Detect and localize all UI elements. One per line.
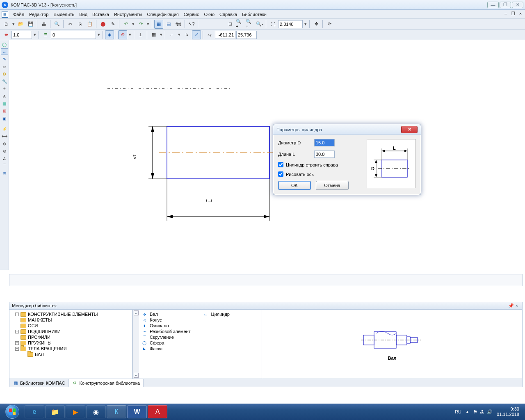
redo-drop[interactable]: ▾	[146, 21, 150, 27]
taskbar-acrobat[interactable]: A	[148, 405, 167, 418]
draw-axis-checkbox[interactable]	[278, 171, 283, 177]
angular-dim-icon[interactable]: ∠	[1, 155, 8, 162]
step-value[interactable]	[11, 31, 32, 39]
menu-service[interactable]: Сервис	[181, 11, 202, 18]
zoom-window-icon[interactable]: ⊡	[226, 20, 235, 29]
cut-icon[interactable]: ✂	[66, 20, 75, 29]
menu-help[interactable]: Справка	[217, 11, 240, 18]
properties-icon[interactable]: ⬤	[98, 20, 107, 29]
mdi-restore[interactable]: ❐	[510, 11, 516, 16]
flag-icon[interactable]: ⚑	[473, 409, 477, 415]
ortho-draw-icon[interactable]: ↳	[182, 30, 191, 39]
edit-icon[interactable]: ▱	[1, 63, 8, 70]
ok-button[interactable]: OK	[278, 181, 311, 190]
arc-dim-icon[interactable]: ⌒	[1, 162, 8, 169]
redraw-icon[interactable]: ⟳	[325, 20, 334, 29]
coord-y[interactable]	[236, 31, 257, 39]
coord-x[interactable]	[215, 31, 235, 39]
lcs-icon[interactable]: ⌐	[167, 30, 176, 39]
zoom-in-icon[interactable]: 🔍+	[245, 20, 254, 29]
copy-props-icon[interactable]: ✎	[108, 20, 117, 29]
snap-drop[interactable]: ▾	[128, 32, 132, 37]
cancel-button[interactable]: Отмена	[316, 181, 349, 190]
lcs-drop[interactable]: ▾	[177, 32, 181, 37]
coord-icon[interactable]: x,y	[205, 30, 214, 39]
menu-libraries[interactable]: Библиотеки	[240, 11, 269, 18]
linear-dim-icon[interactable]: ⟷	[1, 133, 8, 139]
undo-drop[interactable]: ▾	[131, 21, 135, 27]
network-icon[interactable]: 🖧	[480, 409, 484, 415]
diameter-input[interactable]	[314, 139, 335, 146]
start-button[interactable]	[2, 404, 22, 419]
print-icon[interactable]: 🖶	[39, 20, 48, 29]
minimize-button[interactable]: —	[487, 2, 499, 8]
grid-drop[interactable]: ▾	[159, 32, 163, 37]
params-icon[interactable]: ⚙	[1, 71, 8, 77]
spec-icon[interactable]: ▤	[1, 100, 8, 107]
diameter-dim-icon[interactable]: ⊘	[1, 140, 8, 147]
select-icon[interactable]: ⌖	[1, 85, 8, 92]
step-icon[interactable]: ⇹	[2, 30, 11, 39]
tab-libraries-kompas[interactable]: ▦Библиотеки КОМПАС	[9, 379, 69, 387]
drawing-canvas[interactable]: d1 L–l	[9, 40, 525, 270]
taskbar-media[interactable]: ▶	[66, 405, 85, 418]
variables-icon[interactable]: ▤	[164, 20, 173, 29]
document-icon[interactable]: ▦	[2, 11, 8, 18]
taskbar-word[interactable]: W	[127, 405, 147, 418]
lang-indicator[interactable]: RU	[455, 409, 461, 414]
system-tray[interactable]: RU ▲ ⚑ 🖧 🔊 9:30 01.11.2018	[455, 406, 523, 417]
annotations-icon[interactable]: ✎	[1, 56, 8, 62]
preview-icon[interactable]: 🔍	[52, 20, 62, 29]
length-input[interactable]	[314, 151, 335, 158]
taskbar-ie[interactable]: e	[25, 405, 44, 418]
tray-expand-icon[interactable]: ▲	[466, 410, 469, 414]
taskbar-chrome[interactable]: ◉	[86, 405, 106, 418]
layer-value[interactable]	[51, 31, 96, 39]
library-item-list[interactable]: ⬗Вал ◁Конус ◖Оживало ⫘Резьбовой элемент …	[139, 310, 262, 379]
fx-icon[interactable]: f(x)	[174, 20, 183, 29]
height-dim-icon[interactable]: ≋	[1, 170, 8, 176]
volume-icon[interactable]: 🔊	[487, 409, 493, 415]
report-icon[interactable]: ⊞	[1, 107, 8, 114]
taskbar-kompas[interactable]: К	[107, 405, 126, 418]
save-icon[interactable]: 💾	[26, 20, 35, 29]
tree-scrollbar[interactable]: ▲▼	[132, 310, 139, 379]
copy-icon[interactable]: ⎘	[75, 20, 84, 29]
zoom-fit-icon[interactable]: ⛶	[268, 20, 277, 29]
menu-editor[interactable]: Редактор	[27, 11, 51, 18]
redo-icon[interactable]: ↷	[136, 20, 145, 29]
insert-icon[interactable]: ▣	[1, 115, 8, 121]
layer-icon[interactable]: ≣	[41, 30, 50, 39]
measure-icon[interactable]: 🔧	[1, 78, 8, 84]
tab-constructor-library[interactable]: ⚙Конструкторская библиотека	[69, 379, 144, 387]
geometry-icon[interactable]: ◯	[1, 41, 8, 48]
new-drop[interactable]: ▾	[11, 21, 16, 27]
menu-spec[interactable]: Спецификация	[145, 11, 181, 18]
ortho-icon[interactable]: ◈	[105, 30, 114, 39]
round-icon[interactable]: ⤢	[192, 30, 201, 39]
pan-icon[interactable]: ✥	[312, 20, 321, 29]
auto-dim-icon[interactable]: ⚡	[1, 126, 8, 132]
panel-close-icon[interactable]: ×	[514, 303, 520, 308]
zoom-value[interactable]	[278, 20, 303, 28]
build-right-checkbox[interactable]	[278, 162, 283, 167]
menu-file[interactable]: Файл	[11, 11, 27, 18]
library-mgr-icon[interactable]: ▦	[154, 20, 163, 29]
clock[interactable]: 9:30 01.11.2018	[497, 406, 519, 417]
menu-view[interactable]: Вид	[77, 11, 90, 18]
dialog-close-button[interactable]: ✕	[401, 126, 418, 133]
menu-insert[interactable]: Вставка	[90, 11, 112, 18]
mdi-minimize[interactable]: –	[503, 11, 509, 16]
mdi-close[interactable]: ×	[518, 11, 523, 16]
radial-dim-icon[interactable]: ⊙	[1, 148, 8, 154]
layer-drop[interactable]: ▾	[97, 32, 101, 37]
open-icon[interactable]: 📂	[16, 20, 25, 29]
step-drop[interactable]: ▾	[33, 32, 37, 37]
new-icon[interactable]: 🗋	[2, 20, 11, 29]
close-button[interactable]: ✕	[512, 2, 523, 8]
text-icon[interactable]: A	[1, 93, 8, 99]
maximize-button[interactable]: ❐	[500, 2, 511, 8]
grid-icon[interactable]: ▦	[149, 30, 158, 39]
library-tree[interactable]: +КОНСТРУКТИВНЫЕ ЭЛЕМЕНТЫ МАНЖЕТЫ ОСИ +ПО…	[9, 310, 132, 379]
menu-select[interactable]: Выделить	[51, 11, 77, 18]
